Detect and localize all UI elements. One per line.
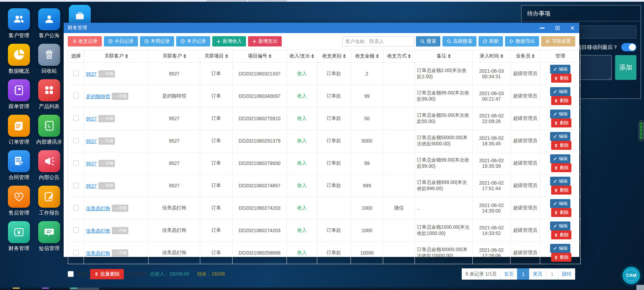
- edit-button[interactable]: 编辑: [550, 244, 570, 253]
- edit-button[interactable]: 编辑: [550, 87, 570, 96]
- column-header[interactable]: 管理: [540, 50, 581, 63]
- row-checkbox[interactable]: [73, 205, 79, 210]
- select-all-checkbox[interactable]: [68, 271, 74, 277]
- column-header[interactable]: 收支金额: [351, 50, 383, 63]
- delete-button[interactable]: 删除: [551, 186, 571, 195]
- delete-button[interactable]: 删除: [551, 253, 571, 262]
- detail-badge[interactable]: 详细: [98, 115, 115, 122]
- show-desktop-button[interactable]: [636, 285, 644, 290]
- detail-badge[interactable]: 详细: [112, 227, 128, 234]
- detail-badge[interactable]: 详细: [98, 137, 115, 145]
- taskbar-item[interactable]: [13, 288, 20, 289]
- desktop-icon[interactable]: 内部通讯录: [34, 115, 64, 145]
- first-page-button[interactable]: 首页: [500, 268, 517, 280]
- desktop-icon[interactable]: 短信管理: [34, 221, 64, 252]
- desktop-icon[interactable]: 跟单管理: [4, 79, 34, 110]
- desktop-icon[interactable]: 合同管理: [4, 150, 34, 181]
- delete-button[interactable]: 删除: [551, 96, 571, 105]
- batch-delete-button[interactable]: 批量删除: [90, 269, 124, 279]
- taskbar-item[interactable]: [71, 288, 77, 289]
- delete-button[interactable]: 删除: [551, 141, 571, 150]
- toolbar-button[interactable]: 数据导出: [505, 36, 539, 46]
- crm-badge[interactable]: CRM: [623, 267, 640, 284]
- detail-badge[interactable]: 详细: [112, 205, 128, 212]
- desktop-icon[interactable]: 财务管理: [4, 221, 34, 252]
- toolbar-button[interactable]: 搜索: [416, 36, 440, 46]
- column-header[interactable]: 收支方式: [383, 50, 415, 63]
- desktop-icon[interactable]: 客户管理: [4, 8, 34, 39]
- detail-badge[interactable]: 详细: [112, 93, 128, 100]
- desktop-icon[interactable]: 客户公海: [34, 8, 64, 39]
- customer-link[interactable]: 9527: [86, 161, 97, 166]
- current-page-button[interactable]: 1: [517, 268, 529, 280]
- detail-badge[interactable]: 详细: [112, 249, 128, 257]
- column-header[interactable]: 关联客户: [149, 50, 200, 63]
- window-titlebar[interactable]: 财务管理: [64, 23, 579, 33]
- toolbar-button[interactable]: 收支记录: [68, 36, 102, 46]
- edit-button[interactable]: 编辑: [550, 154, 570, 163]
- row-checkbox[interactable]: [73, 227, 79, 233]
- edit-button[interactable]: 编辑: [550, 65, 570, 74]
- search-input[interactable]: [342, 37, 414, 46]
- desktop-icon[interactable]: 工作报告: [34, 186, 64, 216]
- row-checkbox[interactable]: [73, 138, 79, 143]
- toolbar-button[interactable]: 本月记录: [176, 36, 210, 46]
- customer-link[interactable]: 佳美晶灯饰: [86, 228, 110, 234]
- toolbar-button[interactable]: 本周记录: [140, 36, 174, 46]
- todo-add-button[interactable]: 添加: [615, 55, 636, 80]
- row-checkbox[interactable]: [73, 250, 79, 255]
- edit-button[interactable]: 编辑: [550, 177, 570, 186]
- edit-button[interactable]: 编辑: [550, 199, 570, 208]
- column-header[interactable]: 收支类别: [317, 50, 351, 63]
- customer-link[interactable]: 9527: [86, 183, 97, 189]
- desktop-icon[interactable]: 回收站: [34, 44, 64, 74]
- delete-button[interactable]: 删除: [551, 208, 571, 217]
- column-header[interactable]: 收入/支出: [287, 50, 317, 63]
- edit-button[interactable]: 编辑: [550, 110, 570, 118]
- jump-page-input[interactable]: 1: [546, 268, 558, 280]
- desktop-icon[interactable]: 订单管理: [4, 115, 34, 145]
- toolbar-button[interactable]: 新增收入: [212, 36, 246, 46]
- column-header[interactable]: 关联客户: [84, 50, 149, 63]
- desktop-icon[interactable]: 产品列表: [34, 79, 64, 110]
- customer-link[interactable]: 9527: [86, 71, 97, 77]
- jump-button[interactable]: 跳转: [558, 268, 575, 280]
- column-header[interactable]: 选择: [68, 50, 84, 63]
- detail-badge[interactable]: 详细: [98, 160, 115, 167]
- toolbar-button[interactable]: 高级搜索: [442, 36, 476, 46]
- toolbar-button[interactable]: 今日记录: [104, 36, 138, 46]
- row-checkbox[interactable]: [73, 183, 79, 188]
- toolbar-button[interactable]: 字段设置: [541, 36, 575, 46]
- edit-button[interactable]: 编辑: [550, 132, 570, 141]
- customer-link[interactable]: 9527: [86, 116, 97, 122]
- customer-link[interactable]: 佳美晶灯饰: [86, 250, 110, 256]
- column-header[interactable]: 备注: [415, 50, 473, 63]
- column-header[interactable]: 录入时间: [473, 50, 511, 63]
- maximize-button[interactable]: [555, 25, 560, 31]
- delete-button[interactable]: 删除: [551, 74, 571, 83]
- desktop-icon[interactable]: 内部公告: [34, 150, 64, 181]
- edit-button[interactable]: 编辑: [550, 221, 570, 230]
- column-header[interactable]: 项目编号: [233, 50, 287, 63]
- close-button[interactable]: [570, 25, 575, 31]
- desktop-icon[interactable]: 售后管理: [4, 186, 34, 216]
- taskbar-item[interactable]: [42, 288, 49, 289]
- row-checkbox[interactable]: [73, 93, 79, 99]
- row-checkbox[interactable]: [73, 160, 79, 166]
- toolbar-button[interactable]: 刷新: [479, 36, 503, 46]
- toolbar-button[interactable]: 新增支出: [248, 36, 282, 46]
- row-checkbox[interactable]: [73, 115, 79, 121]
- delete-button[interactable]: 删除: [551, 118, 571, 127]
- customer-link[interactable]: 佳美晶灯饰: [86, 206, 110, 211]
- detail-badge[interactable]: 详细: [98, 70, 115, 77]
- column-header[interactable]: 关联项目: [200, 50, 233, 63]
- detail-badge[interactable]: 详细: [98, 182, 115, 189]
- row-checkbox[interactable]: [73, 71, 79, 76]
- delete-button[interactable]: 删除: [551, 163, 571, 172]
- column-header[interactable]: 业务员: [511, 50, 540, 63]
- desktop-icon[interactable]: 数据概况: [4, 44, 34, 74]
- todo-toggle[interactable]: [621, 43, 636, 51]
- minimize-button[interactable]: [539, 25, 545, 31]
- delete-button[interactable]: 删除: [551, 230, 571, 239]
- customer-link[interactable]: 9527: [86, 138, 97, 144]
